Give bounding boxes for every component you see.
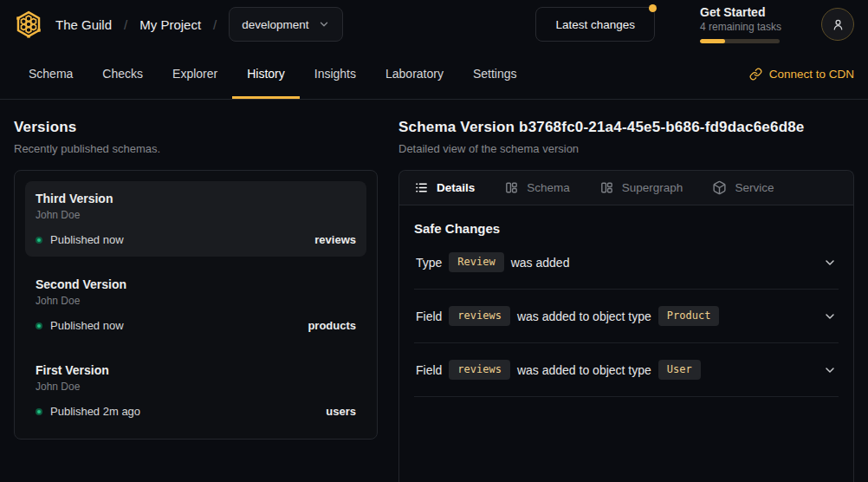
version-list-item[interactable]: Second Version John Doe Published now pr… — [25, 267, 366, 342]
user-icon — [831, 17, 845, 32]
breadcrumb: The Guild / My Project / development — [55, 7, 343, 42]
top-bar: The Guild / My Project / development Lat… — [0, 0, 868, 49]
service-name: products — [308, 319, 356, 332]
chevron-down-icon[interactable] — [823, 363, 837, 377]
page-tab-bar: Schema Checks Explorer History Insights … — [0, 49, 868, 100]
columns-icon — [504, 180, 519, 195]
target-selector-value: development — [242, 18, 308, 31]
target-selector-dropdown[interactable]: development — [229, 7, 342, 42]
detail-tab-label: Supergraph — [622, 181, 683, 194]
tab-history[interactable]: History — [232, 49, 300, 99]
latest-changes-label: Latest changes — [555, 18, 635, 31]
change-badge: reviews — [449, 306, 510, 326]
chevron-down-icon — [318, 18, 330, 30]
guild-logo-icon[interactable] — [14, 10, 43, 39]
schema-version-detail-card: Details Schema — [398, 170, 854, 482]
versions-panel: Versions Recently published schemas. Thi… — [14, 119, 378, 440]
change-row[interactable]: Type Review was added — [414, 236, 839, 290]
tab-settings[interactable]: Settings — [458, 49, 532, 99]
change-prefix: Field — [416, 363, 442, 377]
tab-explorer[interactable]: Explorer — [158, 49, 232, 99]
latest-changes-button[interactable]: Latest changes — [535, 7, 655, 42]
chevron-down-icon[interactable] — [823, 309, 837, 323]
published-status-icon — [36, 237, 42, 244]
chevron-down-icon[interactable] — [823, 256, 837, 270]
version-author: John Doe — [36, 381, 356, 393]
version-author: John Doe — [36, 295, 356, 307]
version-name: First Version — [36, 363, 356, 377]
change-text: was added to object type — [517, 363, 651, 377]
change-prefix: Field — [416, 309, 442, 323]
list-icon — [414, 180, 429, 195]
detail-tab-service[interactable]: Service — [712, 180, 774, 195]
change-badge: reviews — [449, 360, 510, 380]
change-type-badge: Product — [658, 306, 720, 326]
get-started-progressbar — [700, 39, 780, 43]
breadcrumb-org[interactable]: The Guild — [55, 17, 112, 32]
version-name: Third Version — [36, 192, 356, 205]
breadcrumb-project[interactable]: My Project — [139, 17, 201, 32]
published-status-text: Published now — [50, 233, 124, 246]
versions-title: Versions — [14, 119, 378, 136]
detail-tab-details[interactable]: Details — [414, 180, 475, 195]
detail-tab-label: Service — [735, 181, 774, 194]
safe-changes-title: Safe Changes — [414, 221, 839, 236]
columns-icon — [599, 180, 614, 195]
versions-subtitle: Recently published schemas. — [14, 142, 378, 155]
detail-tab-bar: Details Schema — [399, 171, 853, 205]
change-badge: Review — [449, 252, 503, 272]
connect-to-cdn-label: Connect to CDN — [769, 68, 854, 81]
progress-fill — [700, 39, 725, 43]
breadcrumb-separator: / — [124, 17, 127, 32]
tab-insights[interactable]: Insights — [300, 49, 371, 99]
change-row[interactable]: Field reviews was added to object type P… — [414, 290, 839, 343]
tab-laboratory[interactable]: Laboratory — [371, 49, 458, 99]
published-status-text: Published 2m ago — [50, 405, 140, 418]
detail-tab-supergraph[interactable]: Supergraph — [599, 180, 683, 195]
change-text: was added — [511, 256, 570, 270]
version-list-item[interactable]: First Version John Doe Published 2m ago … — [25, 353, 366, 428]
breadcrumb-separator: / — [213, 17, 217, 32]
detail-tab-label: Schema — [527, 181, 570, 194]
schema-version-title: Schema Version b3768fc0-21a4-45e5-b686-f… — [398, 119, 854, 136]
get-started-title: Get Started — [700, 5, 780, 19]
connect-to-cdn-link[interactable]: Connect to CDN — [749, 49, 854, 99]
version-name: Second Version — [36, 277, 356, 291]
get-started-widget[interactable]: Get Started 4 remaining tasks — [700, 5, 780, 43]
schema-version-panel: Schema Version b3768fc0-21a4-45e5-b686-f… — [398, 119, 854, 482]
published-status-icon — [36, 322, 42, 329]
version-author: John Doe — [36, 209, 356, 221]
cube-icon — [712, 180, 727, 195]
tab-schema[interactable]: Schema — [14, 49, 87, 99]
version-list-item[interactable]: Third Version John Doe Published now rev… — [25, 181, 366, 257]
versions-list: Third Version John Doe Published now rev… — [14, 170, 378, 440]
published-status-text: Published now — [50, 319, 124, 332]
link-icon — [749, 68, 762, 81]
detail-content: Safe Changes Type Review was added Field… — [399, 205, 853, 397]
change-row[interactable]: Field reviews was added to object type U… — [414, 343, 839, 397]
change-type-badge: User — [658, 360, 701, 380]
tab-checks[interactable]: Checks — [87, 49, 158, 99]
published-status-icon — [36, 408, 42, 415]
service-name: users — [326, 405, 356, 418]
schema-version-subtitle: Detailed view of the schema version — [398, 142, 854, 155]
change-prefix: Type — [416, 256, 442, 270]
service-name: reviews — [314, 233, 356, 246]
main-content: Versions Recently published schemas. Thi… — [0, 100, 868, 482]
change-text: was added to object type — [517, 309, 651, 323]
notification-dot — [649, 4, 657, 12]
detail-tab-schema[interactable]: Schema — [504, 180, 570, 195]
get-started-subtitle: 4 remaining tasks — [700, 21, 780, 33]
user-avatar[interactable] — [821, 8, 854, 41]
detail-tab-label: Details — [437, 181, 475, 194]
